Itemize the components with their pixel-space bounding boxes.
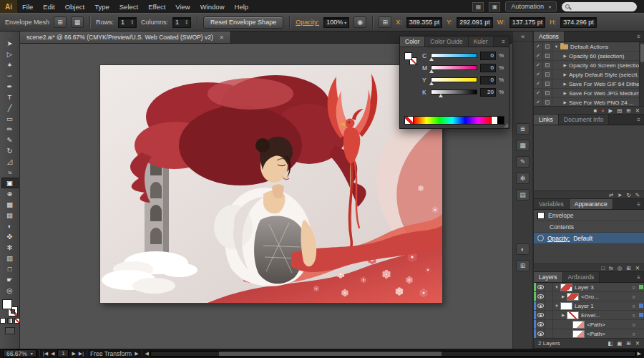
target-circle-icon[interactable]: ○ (630, 285, 638, 290)
lock-column[interactable] (545, 283, 553, 291)
y-input[interactable]: 292.091 pt (457, 17, 493, 28)
cyan-slider[interactable] (431, 53, 477, 58)
record-icon[interactable]: ● (601, 107, 605, 114)
panel-grip[interactable]: ∷ (9, 32, 11, 38)
dialog-toggle-box[interactable] (543, 98, 552, 106)
color-spectrum-bar[interactable] (404, 116, 504, 125)
white-swatch[interactable] (491, 117, 497, 124)
dialog-toggle-box[interactable] (543, 52, 552, 60)
opacity-link[interactable]: Opacity: (547, 235, 570, 242)
menu-select[interactable]: Select (114, 0, 143, 13)
lock-column[interactable] (545, 311, 553, 319)
layer-name[interactable]: <Path> (587, 321, 630, 328)
lock-column[interactable] (545, 320, 553, 329)
dialog-toggle-box[interactable] (543, 70, 552, 79)
pencil-tool[interactable]: ✎ (1, 135, 19, 145)
action-row[interactable]: ✓ ▶ Save For Web PNG 24 ... (534, 98, 644, 106)
target-circle-icon[interactable]: ○ (630, 322, 638, 327)
line-segment-tool[interactable]: ╱ (1, 102, 19, 113)
expand-triangle-icon[interactable]: ▼ (553, 285, 560, 289)
target-circle-icon[interactable]: ○ (630, 294, 638, 299)
tab-actions[interactable]: Actions (534, 32, 565, 42)
yellow-value-input[interactable]: 0 (480, 76, 496, 84)
pen-tool[interactable]: ✒ (1, 81, 19, 92)
artwork[interactable] (100, 65, 442, 303)
action-row[interactable]: ✓ ▶ Save For Web JPG Medium ... (534, 89, 644, 98)
fill-stroke-control[interactable] (1, 299, 19, 316)
dialog-toggle-box[interactable] (543, 42, 552, 51)
action-toggle-checkbox[interactable]: ✓ (534, 70, 543, 79)
layer-name[interactable]: <Gro... (581, 294, 630, 300)
tab-kuler[interactable]: Kuler (469, 37, 494, 47)
menu-object[interactable]: Object (60, 0, 89, 13)
appearance-panel-icon[interactable]: ◐ (516, 243, 530, 255)
action-row[interactable]: ✓ ▶ Save For Web GIF 64 Dithe... (534, 79, 644, 89)
menu-file[interactable]: File (17, 0, 38, 13)
panel-menu-icon[interactable]: ≡ (498, 37, 509, 47)
blend-tool[interactable]: ◐ (1, 221, 19, 231)
magic-wand-tool[interactable]: ✶ (1, 59, 19, 70)
fx-icon[interactable]: fx (609, 265, 613, 271)
x-input[interactable]: 389.355 pt (406, 17, 443, 28)
rotate-tool[interactable]: ↻ (1, 145, 19, 156)
reference-point-icon[interactable]: ⊞ (379, 16, 391, 28)
last-artboard-button[interactable]: ▶| (79, 351, 84, 357)
new-action-icon[interactable]: ⊞ (626, 107, 630, 114)
stepper-arrows-icon[interactable]: ▲▼ (131, 19, 134, 25)
edit-contents-button[interactable]: ▦ (71, 16, 84, 28)
tab-artboards[interactable]: Artboards (563, 272, 600, 282)
first-artboard-button[interactable]: |◀ (43, 351, 48, 357)
layer-row[interactable]: ▼ Layer 1 ○ (534, 301, 644, 311)
selection-indicator[interactable] (638, 285, 644, 289)
fill-swatch[interactable] (2, 299, 12, 309)
gradient-tool[interactable]: ▤ (1, 210, 19, 221)
document-tab[interactable]: scene2.ai* @ 66.67% (CMYK/Preview/U.S. W… (20, 32, 231, 43)
hand-tool[interactable]: ☛ (1, 274, 19, 285)
expand-dock-button[interactable]: « (513, 32, 532, 42)
expand-triangle-icon[interactable]: ▶ (560, 294, 567, 299)
column-graph-tool[interactable]: ▥ (1, 253, 19, 263)
symbols-panel-icon[interactable]: ✻ (516, 173, 530, 184)
menu-edit[interactable]: Edit (38, 0, 59, 13)
black-swatch[interactable] (497, 117, 504, 124)
edit-original-icon[interactable]: ✎ (635, 192, 640, 198)
update-link-icon[interactable]: ↻ (626, 192, 630, 198)
none-mode-button[interactable] (14, 318, 20, 324)
color-mode-button[interactable] (0, 318, 6, 324)
visibility-toggle[interactable] (536, 320, 545, 329)
new-set-icon[interactable]: ▤ (617, 107, 622, 114)
menu-view[interactable]: View (170, 0, 195, 13)
navigator-panel-icon[interactable]: ⊞ (516, 260, 530, 271)
none-swatch[interactable] (405, 117, 414, 124)
paintbrush-tool[interactable]: ✏ (1, 124, 19, 135)
layer-row[interactable]: ▶ Envel... ○ (534, 311, 644, 320)
tab-links[interactable]: Links (534, 115, 559, 125)
action-toggle-checkbox[interactable]: ✓ (534, 89, 543, 97)
expand-triangle-icon[interactable]: ▶ (561, 54, 569, 58)
zoom-tool[interactable]: ◎ (1, 285, 19, 296)
swatches-panel-icon[interactable]: ▦ (516, 140, 530, 151)
go-to-link-icon[interactable]: ➤ (618, 192, 622, 198)
status-flyout-icon[interactable]: ▶ (135, 351, 138, 357)
delete-icon[interactable]: ✕ (635, 265, 640, 271)
graphic-styles-panel-icon[interactable]: ▤ (516, 189, 530, 200)
arrange-documents-icon[interactable]: ▣ (489, 2, 500, 11)
panel-menu-icon[interactable]: ≡ (633, 199, 644, 209)
direct-selection-tool[interactable]: ▷ (1, 49, 19, 59)
tab-color-guide[interactable]: Color Guide (425, 37, 468, 47)
visibility-toggle[interactable] (536, 292, 545, 301)
slider-thumb[interactable] (429, 82, 434, 85)
dialog-toggle-box[interactable] (543, 89, 552, 97)
lock-column[interactable] (545, 329, 553, 338)
layer-name[interactable]: Envel... (581, 312, 630, 319)
black-slider[interactable] (431, 90, 477, 95)
cyan-value-input[interactable]: 0 (480, 52, 496, 60)
menu-effect[interactable]: Effect (143, 0, 170, 13)
delete-layer-icon[interactable]: ✕ (635, 340, 640, 347)
action-row[interactable]: ✓ ▶ Opacity 60 (selection) (534, 52, 644, 61)
lock-column[interactable] (545, 292, 553, 301)
menu-help[interactable]: Help (230, 0, 254, 13)
play-icon[interactable]: ▶ (609, 107, 613, 114)
brushes-panel-icon[interactable]: ✎ (516, 156, 530, 168)
magenta-slider[interactable] (431, 65, 477, 70)
